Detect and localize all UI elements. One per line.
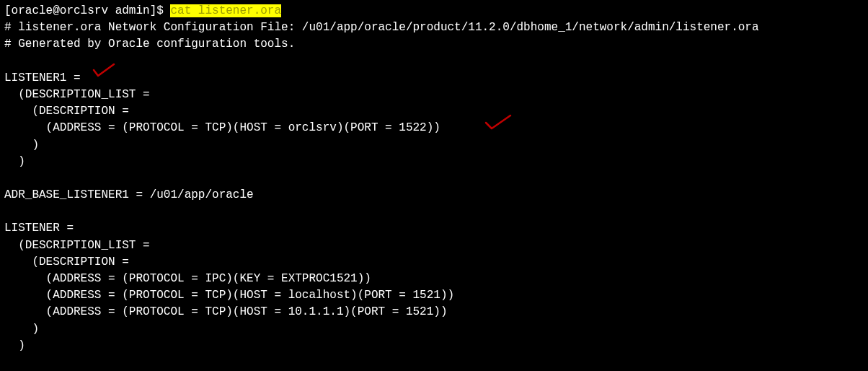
terminal-prompt-line: [oracle@orclsrv admin]$ cat listener.ora xyxy=(4,3,864,19)
output-line: ) xyxy=(4,321,864,338)
output-line: (DESCRIPTION = xyxy=(4,103,864,120)
output-line: (ADDRESS = (PROTOCOL = TCP)(HOST = orcls… xyxy=(4,120,864,136)
output-line: (DESCRIPTION = xyxy=(4,254,864,271)
output-line: (ADDRESS = (PROTOCOL = TCP)(HOST = local… xyxy=(4,287,864,304)
output-line: (DESCRIPTION_LIST = xyxy=(4,237,864,254)
output-line: # Generated by Oracle configuration tool… xyxy=(4,36,864,53)
output-line: (ADDRESS = (PROTOCOL = IPC)(KEY = EXTPRO… xyxy=(4,271,864,287)
output-line: ) xyxy=(4,137,864,154)
output-line xyxy=(4,53,864,70)
output-line xyxy=(4,170,864,187)
output-line: # listener.ora Network Configuration Fil… xyxy=(4,19,864,36)
output-line: LISTENER1 = xyxy=(4,70,864,87)
output-line: ) xyxy=(4,154,864,170)
output-line xyxy=(4,204,864,220)
output-line: (DESCRIPTION_LIST = xyxy=(4,87,864,103)
command-text: cat listener.ora xyxy=(170,4,281,17)
command-highlight: cat listener.ora xyxy=(170,4,281,17)
output-line: ) xyxy=(4,338,864,354)
output-line: LISTENER = xyxy=(4,220,864,237)
output-line: (ADDRESS = (PROTOCOL = TCP)(HOST = 10.1.… xyxy=(4,304,864,320)
output-line xyxy=(4,354,864,371)
output-line: ADR_BASE_LISTENER1 = /u01/app/oracle xyxy=(4,187,864,204)
shell-prompt: [oracle@orclsrv admin]$ xyxy=(4,4,170,17)
